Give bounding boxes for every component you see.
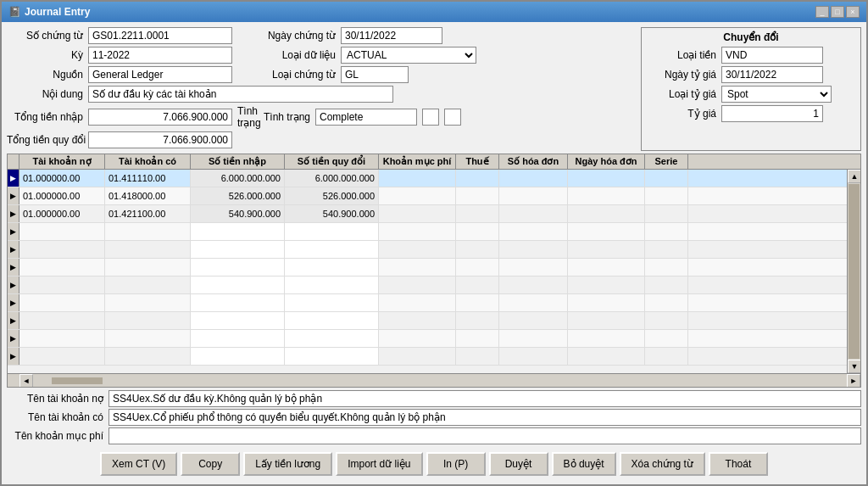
cell-so-tien-quy-doi[interactable] [285, 259, 379, 276]
cell-so-tien-nhap[interactable] [191, 294, 285, 311]
cell-tai-khoan-no[interactable] [19, 241, 105, 258]
scroll-right-button[interactable]: ► [847, 374, 860, 388]
table-row[interactable]: ▶ [8, 330, 847, 348]
tinh-trang-input[interactable] [315, 109, 417, 126]
tong-tien-nhap-input[interactable] [88, 109, 232, 126]
table-row[interactable]: ▶ 01.000000.00 01.411110.00 6.000.000.00… [8, 170, 847, 187]
cell-serie[interactable] [645, 223, 688, 240]
cell-tai-khoan-no[interactable]: 01.000000.00 [19, 170, 105, 187]
cell-serie[interactable] [645, 277, 688, 293]
cell-serie[interactable] [645, 294, 688, 311]
minimize-button[interactable]: _ [815, 6, 829, 18]
ngay-chung-tu-input[interactable] [341, 27, 442, 44]
cell-ngay-hoa-don[interactable] [568, 187, 645, 204]
loai-tien-input[interactable] [721, 47, 823, 64]
vertical-scrollbar[interactable]: ▲ ▼ [847, 170, 860, 373]
cell-so-hoa-don[interactable] [499, 348, 568, 365]
table-row[interactable]: ▶ [8, 312, 847, 330]
cell-khoan-muc-phi[interactable] [379, 223, 456, 240]
ten-tai-khoan-no-input[interactable] [108, 390, 861, 407]
tong-tien-quy-doi-input[interactable] [88, 131, 232, 148]
cell-tai-khoan-co[interactable]: 01.411110.00 [105, 170, 191, 187]
cell-so-tien-nhap[interactable] [191, 348, 285, 365]
cell-so-tien-nhap[interactable]: 540.900.000 [191, 205, 285, 222]
ten-khoan-muc-phi-input[interactable] [108, 427, 861, 444]
cell-so-hoa-don[interactable] [499, 259, 568, 276]
cell-tai-khoan-no[interactable] [19, 294, 105, 311]
cell-ngay-hoa-don[interactable] [568, 170, 645, 187]
cell-so-tien-quy-doi[interactable] [285, 348, 379, 365]
so-chung-tu-input[interactable] [88, 27, 232, 44]
cell-serie[interactable] [645, 205, 688, 222]
cell-so-tien-quy-doi[interactable] [285, 241, 379, 258]
cell-tai-khoan-no[interactable] [19, 330, 105, 347]
extra-input1[interactable] [422, 109, 439, 126]
grid-rows-container[interactable]: ▶ 01.000000.00 01.411110.00 6.000.000.00… [8, 170, 847, 373]
cell-so-tien-quy-doi[interactable] [285, 312, 379, 329]
cell-so-hoa-don[interactable] [499, 187, 568, 204]
horizontal-scrollbar[interactable]: ◄ ► [8, 373, 860, 387]
cell-tai-khoan-no[interactable] [19, 223, 105, 240]
cell-thue[interactable] [456, 348, 499, 365]
cell-so-hoa-don[interactable] [499, 241, 568, 258]
ty-gia-input[interactable] [721, 105, 823, 122]
cell-serie[interactable] [645, 312, 688, 329]
cell-serie[interactable] [645, 330, 688, 347]
cell-serie[interactable] [645, 170, 688, 187]
cell-thue[interactable] [456, 205, 499, 222]
table-row[interactable]: ▶ [8, 348, 847, 366]
thoat-button[interactable]: Thoát [709, 452, 768, 476]
cell-so-tien-nhap[interactable]: 526.000.000 [191, 187, 285, 204]
cell-tai-khoan-co[interactable]: 01.418000.00 [105, 187, 191, 204]
cell-serie[interactable] [645, 187, 688, 204]
table-row[interactable]: ▶ [8, 241, 847, 259]
cell-so-tien-quy-doi[interactable] [285, 223, 379, 240]
cell-so-tien-quy-doi[interactable] [285, 330, 379, 347]
loai-ty-gia-select[interactable]: Spot [721, 86, 832, 103]
cell-ngay-hoa-don[interactable] [568, 259, 645, 276]
cell-so-hoa-don[interactable] [499, 205, 568, 222]
cell-thue[interactable] [456, 223, 499, 240]
cell-tai-khoan-no[interactable] [19, 259, 105, 276]
cell-so-tien-nhap[interactable]: 6.000.000.000 [191, 170, 285, 187]
table-row[interactable]: ▶ [8, 259, 847, 277]
loai-chung-tu-input[interactable] [341, 66, 409, 83]
cell-so-tien-quy-doi[interactable] [285, 277, 379, 293]
maximize-button[interactable]: □ [831, 6, 844, 18]
cell-khoan-muc-phi[interactable] [379, 205, 456, 222]
in-button[interactable]: In (P) [426, 452, 486, 476]
cell-so-tien-quy-doi[interactable] [285, 294, 379, 311]
noi-dung-input[interactable] [88, 86, 393, 103]
cell-so-tien-quy-doi[interactable]: 540.900.000 [285, 205, 379, 222]
table-row[interactable]: ▶ [8, 223, 847, 241]
cell-tai-khoan-no[interactable]: 01.000000.00 [19, 205, 105, 222]
bo-duyet-button[interactable]: Bỏ duyệt [552, 452, 616, 476]
cell-khoan-muc-phi[interactable] [379, 312, 456, 329]
table-row[interactable]: ▶ [8, 277, 847, 294]
scroll-up-button[interactable]: ▲ [848, 170, 860, 183]
cell-so-hoa-don[interactable] [499, 294, 568, 311]
cell-so-tien-quy-doi[interactable]: 526.000.000 [285, 187, 379, 204]
cell-serie[interactable] [645, 241, 688, 258]
cell-so-hoa-don[interactable] [499, 223, 568, 240]
cell-so-tien-nhap[interactable] [191, 259, 285, 276]
cell-so-tien-nhap[interactable] [191, 241, 285, 258]
cell-ngay-hoa-don[interactable] [568, 241, 645, 258]
cell-thue[interactable] [456, 241, 499, 258]
cell-serie[interactable] [645, 259, 688, 276]
cell-so-tien-nhap[interactable] [191, 330, 285, 347]
cell-so-hoa-don[interactable] [499, 330, 568, 347]
scroll-left-button[interactable]: ◄ [19, 374, 33, 388]
cell-tai-khoan-co[interactable]: 01.421100.00 [105, 205, 191, 222]
scroll-down-button[interactable]: ▼ [848, 360, 860, 373]
table-row[interactable]: ▶ [8, 294, 847, 312]
cell-ngay-hoa-don[interactable] [568, 277, 645, 293]
duyet-button[interactable]: Duyệt [489, 452, 548, 476]
import-du-lieu-button[interactable]: Import dữ liệu [336, 452, 422, 476]
cell-so-tien-nhap[interactable] [191, 312, 285, 329]
cell-thue[interactable] [456, 294, 499, 311]
cell-tai-khoan-no[interactable] [19, 348, 105, 365]
cell-tai-khoan-co[interactable] [105, 294, 191, 311]
cell-so-hoa-don[interactable] [499, 277, 568, 293]
cell-khoan-muc-phi[interactable] [379, 259, 456, 276]
